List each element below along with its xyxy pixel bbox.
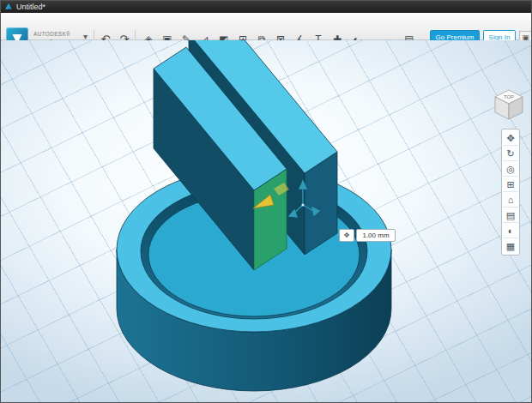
app-window: Untitled* AUTODESK® 123D® DESIGN ▾ ↶ ↷ ◈… xyxy=(0,0,532,403)
gizmo-drag-icon[interactable]: ✥ xyxy=(339,229,354,242)
main-toolbar: AUTODESK® 123D® DESIGN ▾ ↶ ↷ ◈ ▣ ✎ ⊿ ◩ ⊞… xyxy=(1,13,532,40)
home-view-icon[interactable]: ⌂ xyxy=(503,192,518,208)
dimension-input[interactable]: 1.00 mm xyxy=(356,229,396,242)
navigation-toolbar: ✥ ↻ ◎ ⊞ ⌂ ▤ ◐ ▦ xyxy=(501,129,520,256)
orbit-icon[interactable]: ↻ xyxy=(503,146,518,161)
viewport-canvas[interactable]: TOP ✥ ↻ ◎ ⊞ ⌂ ▤ ◐ ▦ ✥ 1.00 mm Snap : 1 U… xyxy=(1,40,532,403)
model-scene[interactable] xyxy=(1,40,532,403)
outline-mode-icon[interactable]: ▦ xyxy=(503,238,518,254)
view-cube-top-label[interactable]: TOP xyxy=(504,94,514,99)
zoom-icon[interactable]: ◎ xyxy=(503,161,518,177)
view-cube[interactable]: TOP xyxy=(488,83,529,124)
zoom-extents-icon[interactable]: ⊞ xyxy=(503,177,518,192)
material-browser-icon[interactable]: ◐ xyxy=(503,223,518,238)
app-logo-icon xyxy=(5,3,12,10)
window-title: Untitled* xyxy=(16,3,45,11)
display-style-icon[interactable]: ▤ xyxy=(503,208,518,223)
title-bar: Untitled* xyxy=(1,1,532,13)
brand-line1: AUTODESK® xyxy=(33,31,70,37)
pan-icon[interactable]: ✥ xyxy=(503,130,518,146)
